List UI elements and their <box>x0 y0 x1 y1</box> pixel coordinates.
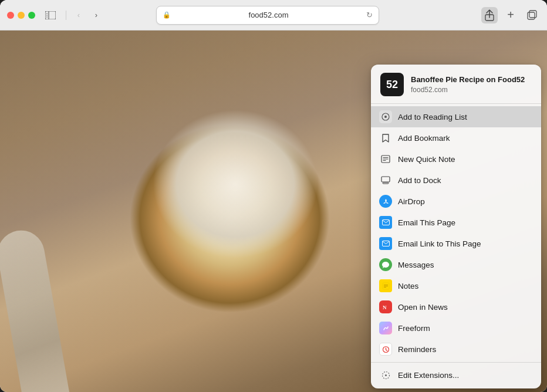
reading-list-icon <box>379 110 392 123</box>
airdrop-icon <box>379 195 392 208</box>
svg-rect-6 <box>528 12 535 19</box>
menu-separator <box>371 362 541 363</box>
quick-note-label: New Quick Note <box>398 155 455 164</box>
site-header: 52 Banoffee Pie Recipe on Food52 food52.… <box>371 65 541 104</box>
messages-icon <box>379 258 392 271</box>
news-label: Open in News <box>398 303 448 312</box>
menu-item-messages[interactable]: Messages <box>371 254 541 275</box>
email-page-icon <box>379 216 392 229</box>
titlebar: ‹ › 🔒 food52.com ↻ + <box>0 0 547 31</box>
site-title: Banoffee Pie Recipe on Food52 <box>411 75 532 85</box>
url-display: food52.com <box>174 11 363 19</box>
menu-item-news[interactable]: N Open in News <box>371 296 541 317</box>
lock-icon: 🔒 <box>163 11 171 19</box>
share-button[interactable] <box>481 7 498 23</box>
menu-item-bookmark[interactable]: Add Bookmark <box>371 127 541 148</box>
close-button[interactable] <box>7 12 14 19</box>
menu-item-email-page[interactable]: Email This Page <box>371 212 541 233</box>
bookmark-icon <box>379 131 392 144</box>
reload-button[interactable]: ↻ <box>366 11 373 19</box>
site-info: Banoffee Pie Recipe on Food52 food52.com <box>411 75 532 94</box>
svg-text:N: N <box>383 305 387 310</box>
sidebar-toggle-button[interactable] <box>42 9 59 21</box>
maximize-button[interactable] <box>28 12 35 19</box>
freeform-label: Freeform <box>398 324 430 333</box>
reminders-icon <box>379 343 392 356</box>
menu-item-airdrop[interactable]: AirDrop <box>371 191 541 212</box>
email-link-label: Email Link to This Page <box>398 239 481 248</box>
menu-item-notes[interactable]: Notes <box>371 275 541 296</box>
reading-list-label: Add to Reading List <box>398 113 467 121</box>
menu-items: Add to Reading List Add Bookmark <box>371 104 541 388</box>
bookmark-label: Add Bookmark <box>398 134 450 143</box>
airdrop-label: AirDrop <box>398 197 425 206</box>
site-logo-text: 52 <box>386 79 398 91</box>
browser-window: ‹ › 🔒 food52.com ↻ + <box>0 0 547 392</box>
content-area: 52 Banoffee Pie Recipe on Food52 food52.… <box>0 31 547 392</box>
svg-rect-7 <box>529 11 536 18</box>
messages-label: Messages <box>398 261 434 269</box>
menu-item-reading-list[interactable]: Add to Reading List <box>371 106 541 127</box>
back-button[interactable]: ‹ <box>72 9 85 22</box>
site-logo: 52 <box>380 73 404 96</box>
freeform-icon <box>379 322 392 334</box>
pie-image <box>99 85 372 283</box>
address-bar[interactable]: 🔒 food52.com ↻ <box>156 6 379 25</box>
menu-item-email-link[interactable]: Email Link to This Page <box>371 233 541 254</box>
toolbar-right: + <box>481 7 540 23</box>
forward-button[interactable]: › <box>90 9 103 22</box>
svg-line-26 <box>386 350 387 351</box>
share-dropdown: 52 Banoffee Pie Recipe on Food52 food52.… <box>371 65 541 388</box>
minimize-button[interactable] <box>18 12 25 19</box>
tabs-button[interactable] <box>524 7 540 23</box>
notes-icon <box>379 279 392 292</box>
dock-icon <box>379 174 392 187</box>
dock-label: Add to Dock <box>398 176 441 185</box>
svg-rect-14 <box>381 177 390 182</box>
extensions-label: Edit Extensions... <box>398 371 459 380</box>
email-link-icon <box>379 237 392 250</box>
menu-item-reminders[interactable]: Reminders <box>371 339 541 360</box>
news-icon: N <box>379 300 392 313</box>
notes-label: Notes <box>398 282 418 290</box>
traffic-lights <box>7 12 35 19</box>
menu-item-quick-note[interactable]: New Quick Note <box>371 148 541 170</box>
reminders-label: Reminders <box>398 345 436 354</box>
svg-point-9 <box>384 116 387 118</box>
new-tab-button[interactable]: + <box>502 7 519 23</box>
extensions-icon <box>379 369 392 382</box>
menu-item-dock[interactable]: Add to Dock <box>371 170 541 191</box>
svg-point-28 <box>385 374 387 376</box>
email-page-label: Email This Page <box>398 218 455 227</box>
quick-note-icon <box>379 153 392 165</box>
menu-item-extensions[interactable]: Edit Extensions... <box>371 365 541 386</box>
menu-item-freeform[interactable]: Freeform <box>371 317 541 339</box>
svg-rect-15 <box>383 183 389 184</box>
site-domain: food52.com <box>411 86 532 94</box>
